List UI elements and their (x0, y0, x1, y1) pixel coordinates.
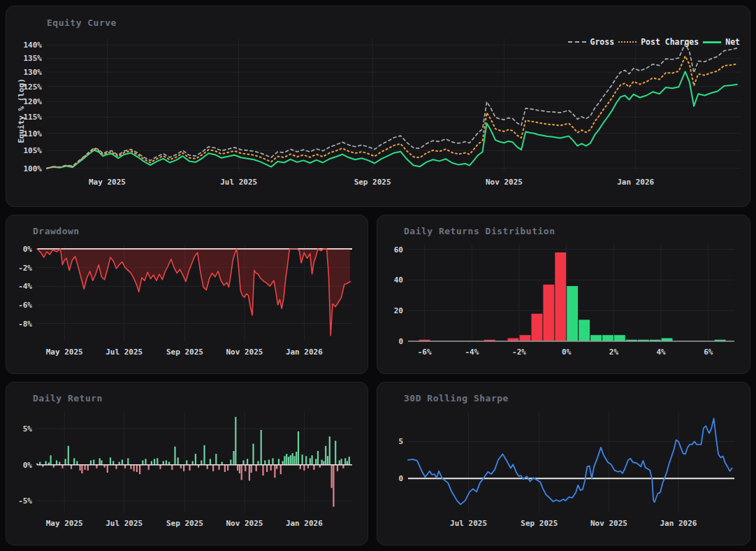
svg-text:0: 0 (398, 337, 403, 346)
svg-text:-4%: -4% (465, 348, 479, 357)
svg-text:Sep 2025: Sep 2025 (166, 519, 203, 528)
svg-text:Jan 2026: Jan 2026 (660, 519, 697, 528)
svg-text:0%: 0% (23, 245, 33, 254)
returns-distribution-chart: -6%-4%-2%0%2%4%6%0204060 (377, 215, 750, 373)
panel-rolling-sharpe: 30D Rolling Sharpe Jul 2025Sep 2025Nov 2… (377, 382, 750, 545)
svg-text:-4%: -4% (18, 282, 32, 291)
svg-text:40: 40 (394, 276, 403, 285)
net-line-swatch-icon (703, 41, 721, 43)
daily-return-chart: May 2025Jul 2025Sep 2025Nov 2025Jan 2026… (6, 382, 368, 545)
returns-distribution-title: Daily Returns Distribution (404, 226, 555, 236)
svg-text:135%: 135% (24, 54, 43, 63)
svg-text:Nov 2025: Nov 2025 (486, 178, 523, 187)
svg-text:100%: 100% (24, 164, 43, 173)
svg-text:125%: 125% (24, 83, 43, 92)
equity-y-axis-label: Equity % (log) (17, 73, 26, 150)
panel-drawdown: Drawdown May 2025Jul 2025Sep 2025Nov 202… (6, 215, 368, 374)
rolling-sharpe-title: 30D Rolling Sharpe (404, 393, 509, 403)
svg-text:20: 20 (394, 306, 403, 315)
svg-text:120%: 120% (24, 97, 43, 106)
svg-text:-8%: -8% (18, 320, 32, 329)
svg-text:Jan 2026: Jan 2026 (617, 178, 654, 187)
svg-text:0%: 0% (562, 348, 572, 357)
legend-item-post-charges: Post Charges (618, 37, 699, 47)
svg-text:Jul 2025: Jul 2025 (450, 519, 487, 528)
svg-text:May 2025: May 2025 (46, 519, 83, 528)
svg-text:5%: 5% (23, 424, 33, 434)
panel-daily-return: Daily Return May 2025Jul 2025Sep 2025Nov… (6, 382, 368, 545)
svg-text:-6%: -6% (18, 301, 32, 310)
svg-text:Sep 2025: Sep 2025 (166, 348, 203, 357)
svg-text:6%: 6% (704, 348, 713, 357)
svg-text:Sep 2025: Sep 2025 (354, 178, 391, 187)
svg-text:Nov 2025: Nov 2025 (226, 348, 263, 357)
dashboard: Equity Curve Equity % (log) Gross Post C… (0, 0, 756, 551)
svg-text:5: 5 (398, 437, 403, 446)
svg-text:Jul 2025: Jul 2025 (106, 348, 143, 357)
svg-text:105%: 105% (24, 146, 43, 155)
legend-item-gross: Gross (568, 37, 615, 47)
svg-text:110%: 110% (24, 129, 43, 138)
svg-text:4%: 4% (656, 348, 666, 357)
svg-text:Sep 2025: Sep 2025 (521, 519, 558, 528)
svg-text:140%: 140% (24, 41, 43, 50)
svg-text:Jul 2025: Jul 2025 (106, 519, 143, 528)
legend-label-gross: Gross (590, 37, 615, 47)
svg-text:Nov 2025: Nov 2025 (590, 519, 627, 528)
svg-text:Nov 2025: Nov 2025 (226, 519, 263, 528)
svg-text:Jan 2026: Jan 2026 (286, 519, 323, 528)
svg-text:May 2025: May 2025 (46, 348, 83, 357)
drawdown-chart: May 2025Jul 2025Sep 2025Nov 2025Jan 2026… (6, 215, 368, 373)
svg-text:-6%: -6% (418, 348, 432, 357)
equity-curve-title: Equity Curve (47, 17, 117, 28)
svg-text:Jan 2026: Jan 2026 (286, 348, 323, 357)
svg-text:Jul 2025: Jul 2025 (220, 178, 257, 187)
legend-label-post-charges: Post Charges (641, 37, 699, 47)
svg-text:130%: 130% (24, 68, 43, 77)
gross-line-swatch-icon (568, 41, 586, 43)
svg-text:-2%: -2% (512, 348, 526, 357)
svg-text:May 2025: May 2025 (89, 178, 126, 187)
svg-text:115%: 115% (24, 113, 43, 122)
equity-curve-chart: May 2025Jul 2025Sep 2025Nov 2025Jan 2026… (6, 6, 750, 206)
legend-label-net: Net (725, 37, 740, 47)
svg-text:2%: 2% (609, 348, 619, 357)
svg-text:0: 0 (398, 474, 403, 483)
legend-item-net: Net (703, 37, 740, 47)
svg-text:-2%: -2% (18, 264, 32, 273)
daily-return-title: Daily Return (33, 393, 103, 403)
rolling-sharpe-chart: Jul 2025Sep 2025Nov 2025Jan 202605 (377, 382, 750, 545)
equity-legend: Gross Post Charges Net (568, 37, 741, 47)
panel-equity-curve: Equity Curve Equity % (log) Gross Post C… (6, 6, 750, 207)
post-charges-line-swatch-icon (618, 41, 637, 43)
panel-returns-distribution: Daily Returns Distribution -6%-4%-2%0%2%… (377, 215, 750, 374)
svg-text:60: 60 (394, 245, 403, 255)
svg-text:0%: 0% (23, 461, 33, 470)
drawdown-title: Drawdown (33, 226, 80, 236)
svg-text:-5%: -5% (18, 496, 32, 506)
